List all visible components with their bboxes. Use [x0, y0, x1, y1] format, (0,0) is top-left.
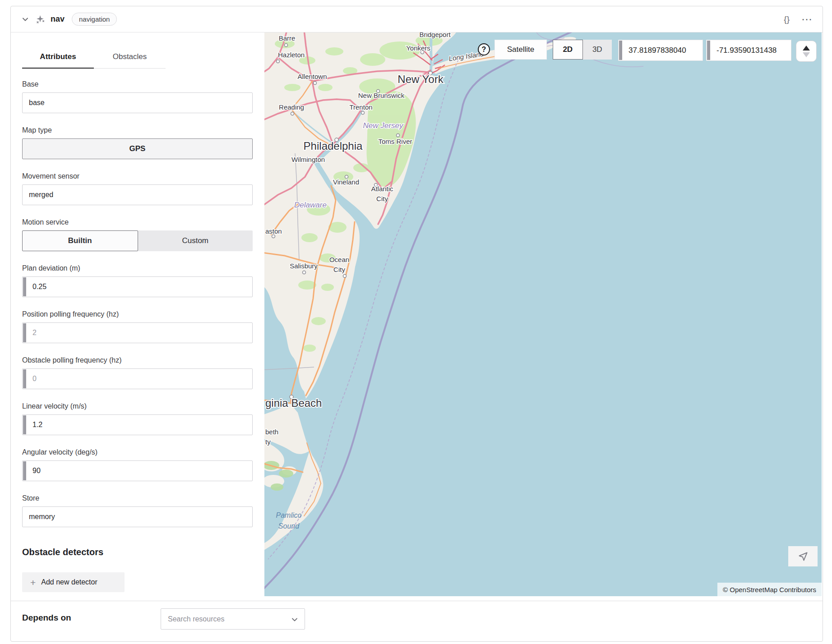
map-label: Salisbury [290, 262, 318, 270]
map-label: Wilmington [291, 156, 325, 163]
map-label: Philadelphia [304, 140, 363, 152]
service-name: nav [51, 14, 65, 24]
latitude-input[interactable] [619, 40, 703, 60]
plus-icon: + [30, 578, 36, 587]
plan-deviation-label: Plan deviation (m) [22, 264, 253, 272]
map-type-label: Map type [22, 126, 253, 134]
map-label: beth [265, 428, 278, 436]
map-label: ginia Beach [265, 397, 322, 409]
obstacle-polling-label: Obstacle polling frequency (hz) [22, 356, 253, 364]
map-label: Pamlico [276, 511, 302, 519]
satellite-toggle-button[interactable]: Satellite [495, 40, 547, 60]
motion-service-segmented: Builtin Custom [22, 230, 253, 251]
obstacle-polling-input[interactable] [23, 369, 252, 389]
step-up-icon[interactable] [803, 46, 810, 51]
longitude-field [706, 40, 791, 61]
map-label: Bridgeport [419, 32, 451, 38]
map-label: Delaware [294, 201, 327, 209]
map-label: Vineland [333, 178, 359, 186]
field-position-polling: Position polling frequency (hz) [22, 310, 253, 343]
base-label: Base [22, 80, 253, 88]
latitude-field [618, 40, 703, 61]
map-3d-button[interactable]: 3D [583, 40, 612, 60]
map-label: New Brunswick [358, 92, 405, 99]
service-type-badge: navigation [72, 13, 117, 26]
map-type-gps-button[interactable]: GPS [22, 138, 253, 159]
map-label: Atlantic [371, 185, 393, 193]
search-resources-placeholder: Search resources [161, 615, 224, 623]
field-base: Base [22, 80, 253, 113]
motion-service-label: Motion service [22, 218, 253, 226]
map-label: Ocean [329, 256, 349, 263]
position-polling-label: Position polling frequency (hz) [22, 310, 253, 318]
map-label: City [333, 266, 345, 273]
plan-deviation-input[interactable] [23, 277, 252, 297]
base-input[interactable] [23, 93, 252, 113]
movement-sensor-input[interactable] [23, 185, 252, 205]
map-label: New Jersey [363, 121, 404, 130]
depends-on-section: Depends on Search resources [11, 601, 823, 641]
add-detector-button[interactable]: + Add new detector [22, 572, 125, 592]
map-label: Trenton [349, 103, 372, 111]
card-header: nav navigation {} ⋯ [11, 6, 823, 32]
map-label: New York [398, 73, 444, 85]
map-label: Reading [279, 103, 304, 111]
nav-service-card: nav navigation {} ⋯ Attributes Obstacles… [10, 6, 823, 642]
map-label: aston [265, 227, 282, 235]
map-2d-button[interactable]: 2D [553, 40, 583, 60]
longitude-input[interactable] [707, 40, 791, 60]
navigation-service-icon [35, 14, 45, 24]
tab-attributes[interactable]: Attributes [22, 39, 94, 69]
field-obstacle-polling: Obstacle polling frequency (hz) [22, 356, 253, 389]
obstacle-detectors-heading: Obstacle detectors [22, 547, 253, 557]
map-label: City [376, 195, 388, 202]
navigation-arrow-icon [798, 551, 809, 562]
collapse-chevron-icon[interactable] [22, 16, 29, 23]
angular-velocity-input[interactable] [23, 461, 252, 481]
field-angular-velocity: Angular velocity (deg/s) [22, 448, 253, 481]
motion-service-custom-option[interactable]: Custom [138, 230, 253, 251]
raw-json-icon[interactable]: {} [784, 15, 790, 23]
map-canvas[interactable]: BarreHazletonAllentownBridgeportYonkersN… [264, 32, 822, 596]
map-land [264, 32, 822, 596]
map-label: Hazleton [278, 51, 305, 59]
field-linear-velocity: Linear velocity (m/s) [22, 402, 253, 435]
step-down-icon[interactable] [803, 52, 810, 57]
store-label: Store [22, 494, 253, 502]
map-attribution: © OpenStreetMap Contributors [717, 583, 822, 596]
chevron-down-icon [291, 616, 298, 623]
map-label: Barre [279, 34, 296, 42]
field-map-type: Map type GPS [22, 126, 253, 159]
store-input[interactable] [23, 507, 252, 527]
recenter-button[interactable] [788, 546, 818, 566]
tab-obstacles[interactable]: Obstacles [94, 39, 166, 69]
add-detector-label: Add new detector [41, 578, 97, 586]
tab-bar: Attributes Obstacles [22, 39, 253, 69]
map-label: ty [265, 438, 271, 446]
attributes-form: Attributes Obstacles Base Map type GPS M… [11, 32, 264, 601]
map-label: Allentown [297, 73, 327, 80]
field-plan-deviation: Plan deviation (m) [22, 264, 253, 297]
motion-service-builtin-option[interactable]: Builtin [22, 230, 138, 251]
field-motion-service: Motion service Builtin Custom [22, 218, 253, 251]
map-label: Yonkers [406, 44, 430, 52]
help-icon[interactable]: ? [478, 43, 490, 55]
linear-velocity-input[interactable] [23, 415, 252, 435]
movement-sensor-label: Movement sensor [22, 172, 253, 180]
field-movement-sensor: Movement sensor [22, 172, 253, 205]
linear-velocity-label: Linear velocity (m/s) [22, 402, 253, 410]
depends-on-title: Depends on [22, 608, 161, 623]
navigation-map[interactable]: BarreHazletonAllentownBridgeportYonkersN… [264, 32, 822, 596]
map-label: Sound [278, 522, 300, 530]
map-label: Toms River [378, 138, 412, 145]
more-menu-icon[interactable]: ⋯ [801, 14, 813, 25]
coordinate-stepper[interactable] [796, 41, 817, 62]
position-polling-input[interactable] [23, 323, 252, 343]
field-store: Store [22, 494, 253, 527]
map-dimension-toggle: 2D 3D [553, 40, 612, 60]
card-body: Attributes Obstacles Base Map type GPS M… [11, 32, 823, 601]
angular-velocity-label: Angular velocity (deg/s) [22, 448, 253, 456]
depends-on-select[interactable]: Search resources [161, 608, 305, 630]
